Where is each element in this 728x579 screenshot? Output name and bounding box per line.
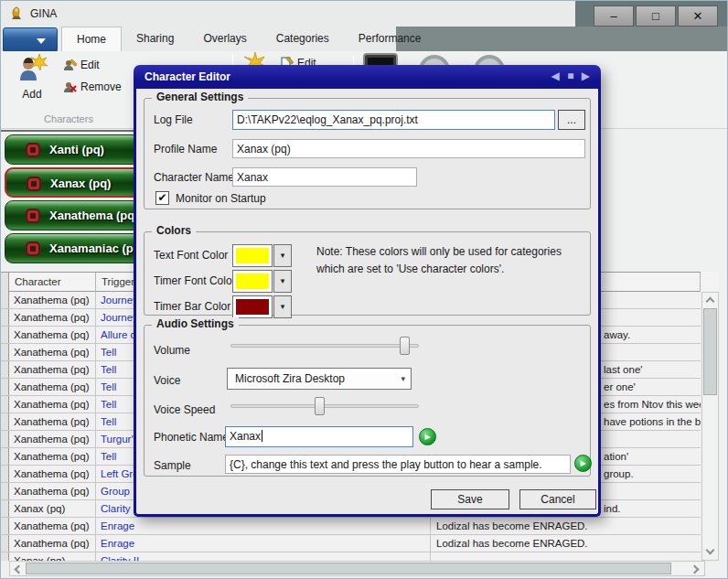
scroll-left-button[interactable] (11, 563, 25, 576)
row-text: have potions in the ba (602, 413, 701, 430)
add-character-button[interactable]: Add (8, 53, 56, 112)
tab-home[interactable]: Home (61, 27, 122, 51)
voice-speed-slider[interactable] (230, 397, 419, 415)
row-character: Xanathema (pq) (9, 483, 96, 499)
voice-label: Voice (154, 374, 180, 387)
row-text: last one' (602, 361, 701, 378)
volume-thumb[interactable] (400, 337, 410, 355)
save-button[interactable]: Save (431, 489, 509, 509)
row-selector[interactable] (1, 309, 9, 326)
table-row[interactable]: Xanathema (pq) Enrage Lodizal has become… (1, 518, 701, 535)
row-selector[interactable] (1, 379, 9, 395)
tab-overlays[interactable]: Overlays (188, 27, 261, 51)
color-swatch-fill (236, 299, 269, 315)
row-selector[interactable] (1, 535, 9, 552)
voice-speed-thumb[interactable] (315, 397, 325, 415)
horizontal-scrollbar[interactable] (9, 561, 705, 576)
header-character[interactable]: Character (9, 273, 96, 292)
row-selector[interactable] (1, 327, 9, 343)
color-row: Timer Bar Color ▾ (145, 295, 590, 319)
row-character: Xanathema (pq) (9, 535, 96, 552)
row-selector[interactable] (1, 552, 9, 561)
phonetic-name-input[interactable]: Xanax (225, 426, 413, 447)
title-bar[interactable]: GINA – □ ✕ (1, 1, 727, 27)
play-phonetic-button[interactable]: ▶ (419, 428, 436, 445)
character-name: Xanathema (pq) (49, 209, 139, 222)
color-swatch-button[interactable] (232, 244, 273, 267)
select-chevron-icon: ▾ (401, 369, 405, 389)
tab-sharing[interactable]: Sharing (122, 27, 188, 51)
horizontal-scroll-thumb[interactable] (26, 563, 671, 574)
color-dropdown-button[interactable]: ▾ (273, 270, 292, 293)
voice-dropdown[interactable]: Microsoft Zira Desktop ▾ (227, 368, 412, 390)
scroll-right-button[interactable] (690, 563, 703, 576)
minimize-button[interactable]: – (594, 5, 634, 27)
scroll-down-button[interactable] (703, 545, 717, 559)
row-selector[interactable] (1, 431, 9, 447)
row-text (602, 309, 701, 326)
table-row[interactable]: Xanax (pq) Clarity II (1, 552, 701, 561)
row-selector[interactable] (1, 344, 9, 360)
edit-pencil-icon (63, 59, 77, 72)
character-name: Xanti (pq) (49, 143, 104, 156)
row-selector[interactable] (1, 396, 9, 413)
monitor-on-startup-checkbox[interactable]: ✔ (155, 191, 169, 205)
row-selector[interactable] (1, 448, 9, 465)
color-swatch-button[interactable] (232, 270, 273, 293)
cancel-button[interactable]: Cancel (519, 489, 596, 509)
maximize-button[interactable]: □ (636, 5, 676, 27)
stop-icon[interactable] (26, 209, 40, 223)
row-character: Xanax (pq) (9, 552, 96, 561)
stop-icon[interactable] (27, 177, 41, 191)
vertical-scroll-thumb[interactable] (703, 308, 717, 395)
stop-icon[interactable] (26, 241, 40, 256)
edit-character-button[interactable]: Edit (59, 55, 103, 75)
sample-input[interactable]: {C}, change this text and press the play… (225, 455, 571, 474)
dialog-nav: ◀ ■ ▶ (551, 70, 592, 82)
row-text: group. (602, 466, 701, 482)
vertical-scrollbar[interactable] (701, 292, 719, 561)
row-selector[interactable] (1, 413, 9, 430)
row-character: Xanathema (pq) (9, 431, 96, 447)
row-text: Lodizal has become ENRAGED. (431, 535, 701, 552)
ribbon-tabs: HomeSharingOverlaysCategoriesPerformance (61, 27, 435, 51)
remove-x-icon (63, 80, 77, 94)
row-selector[interactable] (1, 466, 9, 482)
row-text (602, 483, 701, 499)
audio-settings-legend: Audio Settings (152, 317, 239, 330)
colors-group: Colors Text Font Color ▾ Timer Font Colo… (144, 231, 591, 316)
remove-character-button[interactable]: Remove (59, 77, 125, 97)
stop-icon-inner (30, 213, 36, 219)
tab-performance[interactable]: Performance (344, 27, 436, 51)
browse-log-file-button[interactable]: ... (558, 110, 585, 130)
next-character-icon[interactable]: ▶ (582, 70, 592, 82)
row-selector[interactable] (1, 483, 9, 499)
play-sample-button[interactable]: ▶ (574, 455, 592, 472)
row-selector[interactable] (1, 500, 9, 517)
profile-name-input[interactable]: Xanax (pq) (232, 139, 585, 158)
character-square-icon[interactable]: ■ (567, 70, 575, 82)
dialog-title-bar[interactable]: Character Editor ◀ ■ ▶ (134, 65, 601, 89)
table-row[interactable]: Xanathema (pq) Enrage Lodizal has become… (1, 535, 701, 552)
color-dropdown-button[interactable]: ▾ (273, 295, 292, 318)
row-character: Xanathema (pq) (9, 292, 96, 308)
volume-slider[interactable] (230, 337, 419, 355)
scroll-up-button[interactable] (703, 294, 717, 307)
prev-character-icon[interactable]: ◀ (551, 70, 562, 82)
row-trigger: Clarity II (96, 552, 431, 561)
voice-value: Microsoft Zira Desktop (235, 372, 345, 385)
close-button[interactable]: ✕ (678, 5, 718, 27)
stop-icon[interactable] (26, 143, 40, 157)
row-selector[interactable] (1, 518, 9, 534)
voice-speed-track (230, 404, 419, 408)
color-swatch-button[interactable] (232, 295, 273, 318)
tab-categories[interactable]: Categories (262, 27, 344, 51)
log-file-input[interactable]: D:\TAKPv22\eqlog_Xanax_pq.proj.txt (232, 110, 555, 130)
app-menu-button[interactable] (3, 27, 58, 51)
character-name-input[interactable]: Xanax (232, 167, 417, 187)
row-selector[interactable] (1, 292, 9, 308)
row-selector[interactable] (1, 361, 9, 378)
color-dropdown-button[interactable]: ▾ (273, 244, 292, 267)
volume-label: Volume (154, 344, 190, 357)
tab-strip-dark-region (396, 27, 728, 51)
